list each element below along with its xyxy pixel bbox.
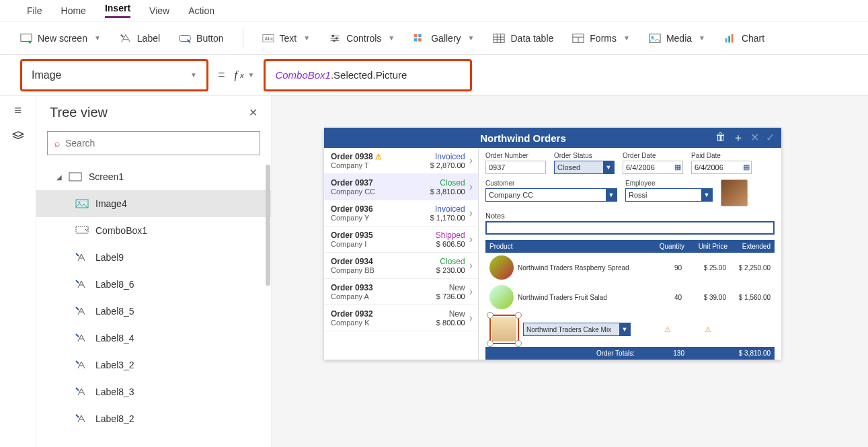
main-area: ≡ Tree view ✕ ⌕ ◢ Screen1 Image4ComboBox…: [0, 95, 868, 447]
ribbon-button[interactable]: Button: [179, 32, 223, 44]
order-company: Company K: [331, 319, 436, 327]
resize-handle[interactable]: [487, 312, 494, 319]
order-item[interactable]: Order 0936Company YInvoiced$ 1,170.00›: [324, 200, 478, 227]
selected-image-control[interactable]: [489, 315, 519, 344]
new-product-combobox[interactable]: Northwind Traders Cake Mix ▼: [523, 323, 631, 336]
menu-view[interactable]: View: [149, 5, 169, 16]
close-icon[interactable]: ✕: [249, 106, 258, 119]
tree-search-input[interactable]: [65, 138, 253, 149]
property-selector[interactable]: Image ▼: [20, 59, 208, 91]
chevron-right-icon: ›: [469, 259, 473, 272]
canvas[interactable]: Northwind Orders 🗑 ＋ ✕ ✓ Order 0938 ⚠Com…: [272, 95, 868, 447]
tree-item-label8_4[interactable]: Label8_4: [36, 325, 271, 352]
chevron-down-icon: ▼: [94, 34, 101, 42]
tree-item-label8_3[interactable]: Label8_3: [36, 378, 271, 405]
tree-item-label8_2[interactable]: Label8_2: [36, 405, 271, 432]
customer-dropdown[interactable]: Company CC▼: [485, 188, 617, 202]
order-list[interactable]: Order 0938 ⚠Company TInvoiced$ 2,870.00›…: [324, 148, 479, 360]
ribbon: New screen▼ Label Button Abc Text▼ Contr…: [0, 22, 868, 55]
ribbon-controls[interactable]: Controls▼: [329, 32, 395, 44]
order-amount: $ 2,870.00: [430, 161, 465, 169]
resize-handle[interactable]: [487, 340, 494, 347]
tree-view-title: Tree view: [50, 105, 108, 120]
plus-icon[interactable]: ＋: [733, 131, 744, 145]
product-header: Product Quantity Unit Price Extended: [485, 240, 775, 253]
scrollbar-thumb[interactable]: [266, 165, 270, 286]
hamburger-icon[interactable]: ≡: [14, 104, 22, 118]
order-date-input[interactable]: 6/4/2006▦: [623, 161, 683, 174]
chevron-down-icon: ▼: [247, 71, 254, 79]
product-qty: 90: [648, 264, 682, 272]
cancel-icon[interactable]: ✕: [750, 131, 759, 145]
svg-point-6: [333, 39, 336, 42]
order-status-dropdown[interactable]: Closed▼: [554, 161, 615, 174]
ribbon-data-table-label: Data table: [510, 33, 553, 44]
tree-item-image4[interactable]: Image4: [36, 190, 271, 217]
ribbon-text[interactable]: Abc Text▼: [262, 32, 311, 44]
ribbon-button-text: Button: [196, 33, 223, 44]
svg-point-14: [651, 36, 654, 38]
product-row[interactable]: Northwind Traders Raspberry Spread90$ 25…: [485, 253, 775, 282]
chevron-down-icon: ▼: [623, 34, 630, 42]
resize-handle[interactable]: [515, 312, 522, 319]
employee-dropdown[interactable]: Rossi▼: [625, 188, 713, 202]
tree-root[interactable]: ◢ Screen1: [36, 163, 271, 190]
tree-item-label8_5[interactable]: Label8_5: [36, 298, 271, 325]
svg-rect-13: [649, 34, 660, 42]
svg-point-20: [79, 202, 81, 204]
svg-rect-17: [732, 34, 734, 42]
notes-input[interactable]: [485, 221, 775, 235]
collapse-icon[interactable]: ◢: [56, 173, 62, 181]
ribbon-media[interactable]: Media▼: [649, 32, 705, 44]
tree-item-label8_6[interactable]: Label8_6: [36, 271, 271, 298]
order-item[interactable]: Order 0932Company KNew$ 800.00›: [324, 305, 478, 331]
order-id: Order 0932: [331, 309, 436, 319]
label-icon: [120, 32, 132, 44]
chevron-down-icon: ▼: [468, 34, 475, 42]
fx-button[interactable]: fx ▼: [235, 69, 255, 81]
image-icon: [75, 199, 89, 208]
warning-icon: ⚠: [375, 153, 382, 161]
chevron-right-icon: ›: [469, 233, 473, 245]
menu-insert[interactable]: Insert: [105, 3, 130, 18]
product-row[interactable]: Northwind Traders Fruit Salad40$ 39.00$ …: [485, 282, 775, 312]
tree-item-combobox1[interactable]: ComboBox1: [36, 217, 271, 244]
warning-icon: ⚠: [664, 325, 671, 334]
ribbon-chart[interactable]: Chart: [724, 32, 764, 44]
order-company: Company T: [331, 161, 430, 169]
employee-photo: [721, 179, 748, 206]
property-selector-value: Image: [32, 69, 61, 81]
trash-icon[interactable]: 🗑: [715, 131, 726, 145]
order-item[interactable]: Order 0934Company BBClosed$ 230.00›: [324, 253, 478, 279]
menu-file[interactable]: File: [27, 5, 42, 16]
ribbon-label[interactable]: Label: [120, 32, 160, 44]
order-number-input[interactable]: 0937: [485, 161, 546, 174]
menu-action[interactable]: Action: [188, 5, 214, 16]
order-amount: $ 736.00: [436, 292, 465, 300]
paid-date-input[interactable]: 6/4/2006▦: [691, 161, 752, 174]
calendar-icon: ▦: [743, 163, 750, 171]
resize-handle[interactable]: [515, 340, 522, 347]
ribbon-forms[interactable]: Forms▼: [572, 32, 630, 44]
menu-home[interactable]: Home: [61, 5, 86, 16]
ribbon-new-screen[interactable]: New screen▼: [20, 32, 101, 44]
product-ext: $ 1,560.00: [730, 294, 771, 301]
order-item[interactable]: Order 0935Company IShipped$ 606.50›: [324, 227, 478, 253]
order-number-label: Order Number: [485, 152, 546, 159]
product-qty: 40: [648, 294, 682, 301]
order-item[interactable]: Order 0937Company CCClosed$ 3,810.00›: [324, 174, 478, 200]
tree-search[interactable]: ⌕: [47, 131, 260, 155]
new-line-row: Northwind Traders Cake Mix ▼ ⚠ ⚠: [485, 312, 775, 347]
ribbon-data-table[interactable]: Data table: [493, 32, 553, 44]
formula-input[interactable]: ComboBox1.Selected.Picture: [264, 59, 472, 91]
ribbon-label-text: Label: [137, 33, 160, 44]
tree-item-label3_2[interactable]: Label3_2: [36, 352, 271, 378]
order-item[interactable]: Order 0933Company ANew$ 736.00›: [324, 279, 478, 305]
check-icon[interactable]: ✓: [766, 131, 775, 145]
order-status: Closed: [436, 257, 465, 266]
tree-item-label9[interactable]: Label9: [36, 244, 271, 271]
layers-icon[interactable]: [11, 131, 25, 140]
ribbon-gallery[interactable]: Gallery▼: [413, 32, 474, 44]
order-item[interactable]: Order 0938 ⚠Company TInvoiced$ 2,870.00›: [324, 148, 478, 174]
tree-item-label: Label9: [95, 252, 124, 263]
